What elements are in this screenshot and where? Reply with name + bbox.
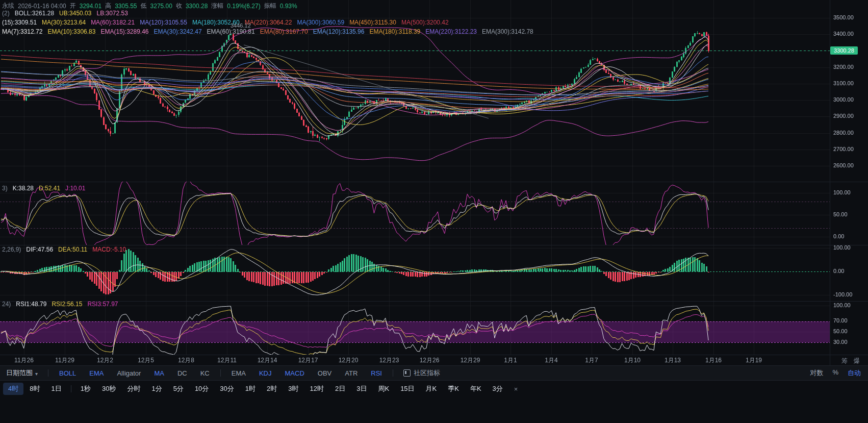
indicator-button-atr[interactable]: ATR bbox=[338, 369, 364, 377]
axis-option-button[interactable]: 自动 bbox=[848, 368, 861, 378]
legend-token: RSI3:57.97 bbox=[87, 301, 118, 308]
macd-axis-label: 100.00 bbox=[833, 244, 851, 251]
kdj-axis-label: 0.00 bbox=[833, 233, 844, 239]
legend-token: 振幅 bbox=[264, 2, 276, 10]
indicator-toolbar: 日期范围 BOLLEMAAlligatorMADCKC EMAKDJMACDOB… bbox=[0, 365, 868, 381]
legend-token: 3) bbox=[2, 185, 8, 192]
price-axis-label: 2900.00 bbox=[833, 113, 854, 119]
legend-token: EMA(30):3242.47 bbox=[154, 28, 202, 35]
community-label: 社区指标 bbox=[414, 368, 440, 378]
legend-token: MA(220):3064.22 bbox=[245, 19, 292, 26]
rsi-axis-label: 30.00 bbox=[833, 339, 848, 345]
interval-tab[interactable]: 3日 bbox=[351, 383, 372, 395]
macd-axis-label: 0.00 bbox=[833, 268, 844, 274]
legend-token: EMA(15):3289.46 bbox=[100, 28, 148, 35]
indicator-button-ema[interactable]: EMA bbox=[83, 369, 110, 377]
legend-token: 3294.01 bbox=[80, 3, 101, 10]
interval-tab[interactable]: 2日 bbox=[330, 383, 350, 395]
interval-tab[interactable]: 12时 bbox=[305, 383, 329, 395]
legend-token: EMA(60):3190.81 bbox=[207, 28, 255, 35]
date-tick-label: 11月29 bbox=[55, 356, 74, 365]
legend-token: RSI2:56.15 bbox=[52, 301, 82, 308]
legend-token: EMA(80):3167.70 bbox=[260, 28, 308, 35]
axis-option-button[interactable]: % bbox=[832, 368, 838, 378]
legend-token: (15):3309.51 bbox=[2, 19, 37, 26]
trading-chart-app: 永续2026-01-16 04:00开3294.01高3305.55低3275.… bbox=[0, 0, 868, 423]
legend-token: D:52.41 bbox=[39, 185, 60, 192]
high-price-annotation: 3446.12 bbox=[231, 22, 251, 29]
last-price-badge: 3300.28 bbox=[830, 46, 858, 55]
legend-token: 开 bbox=[70, 2, 76, 10]
interval-tab[interactable]: 3时 bbox=[283, 383, 303, 395]
indicator-button-ema[interactable]: EMA bbox=[225, 369, 252, 377]
toolbar-divider bbox=[393, 369, 393, 377]
ohlc-legend: 永续2026-01-16 04:00开3294.01高3305.55低3275.… bbox=[2, 2, 297, 10]
axis-option-button[interactable]: 对数 bbox=[810, 368, 823, 378]
legend-token: 涨幅 bbox=[211, 2, 223, 10]
interval-tab[interactable]: 10分 bbox=[190, 383, 214, 395]
side-tool-button[interactable]: 爆 bbox=[854, 357, 860, 365]
close-intervals-button[interactable]: × bbox=[509, 385, 523, 393]
interval-tab[interactable]: 年K bbox=[465, 383, 487, 395]
legend-token: EMA(300):3142.78 bbox=[482, 28, 533, 35]
date-tick-label: 12月26 bbox=[420, 356, 440, 365]
legend-token: MA(450):3115.30 bbox=[349, 19, 396, 26]
chevron-down-icon bbox=[35, 369, 38, 377]
ema-legend: MA(7):3312.72EMA(10):3306.83EMA(15):3289… bbox=[2, 28, 533, 35]
interval-tab[interactable]: 月K bbox=[421, 383, 442, 395]
legend-token: 0.93% bbox=[280, 3, 297, 10]
indicator-button-kdj[interactable]: KDJ bbox=[252, 369, 278, 377]
interval-tab[interactable]: 1时 bbox=[240, 383, 261, 395]
legend-token: J:10.01 bbox=[65, 185, 85, 192]
legend-token: DEA:50.11 bbox=[58, 246, 87, 253]
interval-tab[interactable]: 1秒 bbox=[75, 383, 96, 395]
date-tick-label: 1月10 bbox=[624, 356, 641, 365]
legend-token: 2026-01-16 04:00 bbox=[18, 3, 66, 10]
legend-token: 3300.28 bbox=[186, 3, 208, 10]
legend-token: 高 bbox=[105, 2, 111, 10]
interval-tab[interactable]: 分时 bbox=[122, 383, 145, 395]
interval-tab[interactable]: 8时 bbox=[24, 383, 45, 395]
toolbar-divider bbox=[48, 369, 48, 377]
price-axis-label: 3100.00 bbox=[833, 80, 854, 86]
indicator-button-boll[interactable]: BOLL bbox=[53, 369, 83, 377]
indicator-button-ma[interactable]: MA bbox=[147, 369, 171, 377]
legend-token: 2,26,9) bbox=[2, 246, 21, 253]
interval-tab[interactable]: 30秒 bbox=[97, 383, 121, 395]
rsi-axis-label: 100.00 bbox=[833, 302, 851, 308]
macd-legend: 2,26,9)DIF:47.56DEA:50.11MACD:-5.10 bbox=[2, 246, 126, 253]
indicator-button-obv[interactable]: OBV bbox=[311, 369, 338, 377]
side-tool-button[interactable]: 筹 bbox=[841, 357, 848, 365]
price-axis-label: 2600.00 bbox=[833, 162, 854, 168]
interval-tab[interactable]: 周K bbox=[373, 383, 394, 395]
interval-tab[interactable]: 4时 bbox=[3, 383, 23, 395]
price-axis-label: 3200.00 bbox=[833, 64, 854, 70]
date-range-button[interactable]: 日期范围 bbox=[0, 368, 44, 378]
community-icon bbox=[403, 369, 411, 377]
time-axis[interactable]: 11月2611月2912月212月512月812月1112月1412月1712月… bbox=[0, 356, 830, 365]
legend-token: 24) bbox=[2, 301, 11, 308]
interval-tab[interactable]: 季K bbox=[443, 383, 464, 395]
community-indicators-button[interactable]: 社区指标 bbox=[397, 368, 446, 378]
side-tools: 筹爆 bbox=[841, 357, 860, 365]
legend-token: 0.19%(6.27) bbox=[227, 3, 260, 10]
interval-tab[interactable]: 1日 bbox=[46, 383, 66, 395]
indicator-button-rsi[interactable]: RSI bbox=[364, 369, 389, 377]
interval-tab[interactable]: 5分 bbox=[168, 383, 189, 395]
interval-tab[interactable]: 30分 bbox=[215, 383, 239, 395]
indicator-button-kc[interactable]: KC bbox=[194, 369, 216, 377]
indicator-button-dc[interactable]: DC bbox=[171, 369, 194, 377]
indicator-button-alligator[interactable]: Alligator bbox=[110, 369, 147, 377]
interval-tab[interactable]: 1分 bbox=[146, 383, 167, 395]
date-tick-label: 12月29 bbox=[461, 356, 480, 365]
interval-tab[interactable]: 3分 bbox=[488, 383, 508, 395]
legend-token: 收 bbox=[176, 2, 182, 10]
date-tick-label: 1月4 bbox=[545, 356, 557, 365]
legend-token: MA(120):3105.55 bbox=[140, 19, 187, 26]
interval-tab[interactable]: 2时 bbox=[262, 383, 282, 395]
date-tick-label: 12月23 bbox=[379, 356, 399, 365]
interval-tab[interactable]: 15日 bbox=[395, 383, 419, 395]
overlay-indicator-group: BOLLEMAAlligatorMADCKC bbox=[53, 369, 216, 377]
indicator-button-macd[interactable]: MACD bbox=[278, 369, 311, 377]
date-tick-label: 12月2 bbox=[97, 356, 113, 365]
